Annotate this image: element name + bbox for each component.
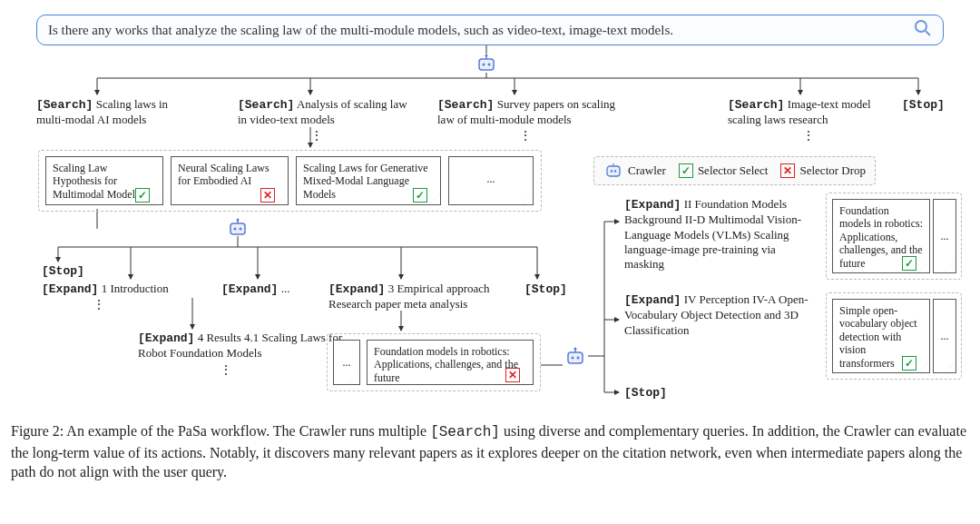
action-tag: [Expand] [624, 198, 681, 212]
selector-check-icon: ✓ [902, 256, 916, 271]
action-tag: [Expand] [624, 293, 681, 307]
action-tag: [Stop] [902, 98, 945, 112]
action-tag: [Search] [437, 98, 494, 112]
legend-crawler: Crawler [603, 163, 666, 179]
selector-drop-icon: ✕ [505, 368, 520, 382]
legend-select: ✓ Selector Select [679, 163, 769, 178]
ellipsis-text: ... [940, 304, 949, 342]
paper-card: Neural Scaling Laws for Embodied AI ✕ [171, 156, 289, 205]
svg-point-40 [237, 219, 240, 222]
action-search-2: [Search] Analysis of scaling law in vide… [238, 97, 410, 128]
vertical-ellipsis: ⋮ [93, 302, 105, 308]
ellipsis-text: ... [940, 204, 949, 242]
action-expand-1: [Expand] 1 Introduction [42, 282, 205, 297]
svg-rect-32 [607, 166, 620, 176]
selector-check-icon: ✓ [135, 188, 150, 203]
paper-title: Scaling Laws for Generative Mixed-Modal … [303, 162, 428, 201]
paper-card-more: ... [448, 156, 534, 205]
action-expand-3: [Expand] 3 Empirical approach Research p… [328, 282, 519, 312]
legend-label: Crawler [628, 163, 666, 178]
ellipsis-text: ... [340, 345, 353, 369]
action-tag: [Stop] [524, 282, 567, 296]
svg-point-38 [240, 228, 242, 231]
x-icon: ✕ [780, 163, 795, 178]
action-tag: [Search] [728, 98, 784, 112]
paper-title: Scaling Law Hypothesis for Multimodal Mo… [53, 162, 135, 201]
action-tag: [Stop] [624, 386, 667, 400]
action-search-3: [Search] Survey papers on scaling law of… [437, 97, 628, 128]
paper-card: Scaling Laws for Generative Mixed-Modal … [296, 156, 441, 205]
action-text: ... [278, 282, 289, 295]
caption-code: [Search] [430, 424, 500, 440]
vertical-ellipsis: ⋮ [310, 133, 323, 139]
paper-card-more: ... [933, 299, 956, 373]
action-tag: [Search] [238, 98, 294, 112]
action-search-4: [Search] Image-text model scaling laws r… [728, 97, 891, 128]
ellipsis-text: ... [456, 162, 526, 185]
action-stop-mid-2: [Stop] [524, 282, 567, 297]
action-expand-ellipsis: [Expand] ... [221, 282, 289, 297]
action-stop-right: [Stop] [624, 385, 667, 400]
svg-point-43 [577, 357, 580, 360]
action-tag: [Search] [36, 98, 93, 112]
svg-rect-41 [568, 352, 583, 363]
legend-drop: ✕ Selector Drop [780, 163, 866, 178]
legend: Crawler ✓ Selector Select ✕ Selector Dro… [593, 156, 876, 185]
action-tag: [Expand] [42, 282, 98, 296]
selector-check-icon: ✓ [413, 188, 427, 203]
crawler-icon [225, 218, 250, 238]
selector-drop-icon: ✕ [260, 188, 275, 203]
paper-card-more: ... [333, 340, 360, 385]
action-text: 1 Introduction [98, 282, 168, 295]
figure-caption: Figure 2: An example of the PaSa workflo… [11, 421, 969, 482]
paper-card: Scaling Law Hypothesis for Multimodal Mo… [45, 156, 163, 205]
svg-point-42 [572, 357, 574, 360]
action-tag: [Expand] [138, 331, 194, 345]
crawler-icon [563, 347, 588, 367]
action-stop-top: [Stop] [902, 97, 945, 113]
vertical-ellipsis: ⋮ [519, 133, 532, 139]
action-search-1: [Search] Scaling laws in multi-modal AI … [36, 97, 200, 128]
paper-card: Simple open-vocabulary object detection … [832, 299, 930, 373]
action-tag: [Stop] [42, 264, 84, 278]
svg-rect-36 [230, 223, 245, 234]
svg-point-37 [234, 228, 237, 231]
paper-card: Foundation models in robotics: Applicati… [367, 340, 534, 385]
action-tag: [Expand] [328, 282, 385, 296]
legend-label: Selector Select [698, 163, 769, 178]
workflow-diagram: Is there any works that analyze the scal… [11, 11, 969, 410]
svg-point-34 [614, 170, 616, 172]
vertical-ellipsis: ⋮ [802, 133, 815, 139]
paper-title: Neural Scaling Laws for Embodied AI [178, 162, 270, 187]
action-expand-right-2: [Expand] IV Perception IV-A Open-Vocabul… [624, 292, 815, 338]
check-icon: ✓ [679, 163, 693, 178]
paper-title: Foundation models in robotics: Applicati… [374, 345, 518, 384]
action-stop-mid: [Stop] [42, 263, 84, 279]
caption-label: Figure 2: [11, 423, 64, 439]
svg-point-45 [574, 348, 577, 351]
action-tag: [Expand] [221, 282, 278, 296]
svg-point-33 [611, 170, 612, 172]
paper-card: Foundation models in robotics: Applicati… [832, 199, 930, 273]
action-expand-right-1: [Expand] II Foundation Models Background… [624, 197, 815, 272]
caption-text: An example of the PaSa workflow. The Cra… [64, 423, 430, 439]
selector-check-icon: ✓ [902, 356, 916, 371]
vertical-ellipsis: ⋮ [220, 367, 232, 373]
paper-card-more: ... [933, 199, 956, 273]
legend-label: Selector Drop [799, 163, 866, 178]
